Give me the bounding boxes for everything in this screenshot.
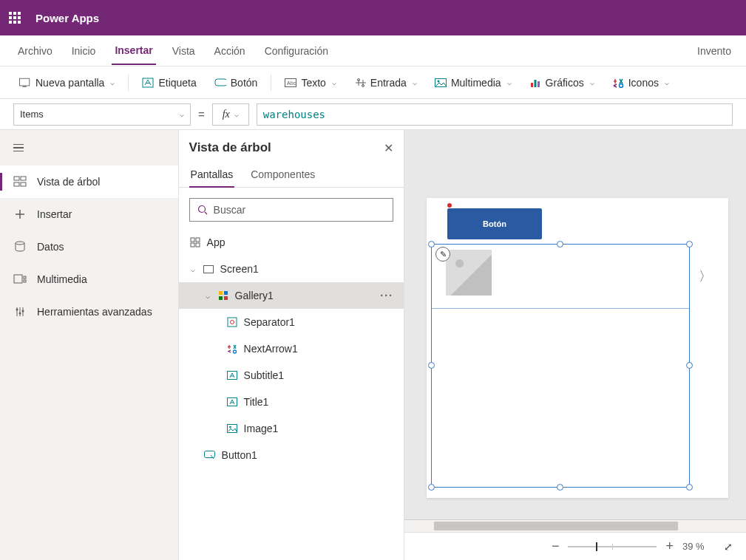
horizontal-scrollbar[interactable] [404, 519, 746, 532]
rail-advanced[interactable]: Herramientas avanzadas [0, 296, 178, 328]
tree-app[interactable]: App [179, 229, 404, 256]
svg-rect-1 [22, 86, 26, 86]
tab-components[interactable]: Componentes [249, 164, 316, 187]
zoom-slider-knob[interactable] [596, 542, 597, 551]
app-title: Power Apps [35, 12, 99, 24]
tree-screen1[interactable]: ⌵ Screen1 [179, 256, 404, 282]
svg-text:Abc: Abc [287, 81, 296, 86]
icons-button-label: Iconos [628, 77, 659, 89]
sliders-icon [13, 305, 27, 318]
menu-insertar[interactable]: Insertar [112, 37, 155, 65]
app-launcher-icon[interactable] [9, 12, 21, 24]
rail-tree-view[interactable]: Vista de árbol [0, 165, 178, 198]
property-select[interactable]: Items ⌵ [13, 103, 191, 126]
tree-separator1[interactable]: Separator1 [179, 309, 404, 335]
svg-point-18 [16, 242, 24, 245]
tree-subtitle1[interactable]: Subtitle1 [179, 362, 404, 389]
input-button[interactable]: Entrada ⌵ [347, 72, 424, 93]
zoom-out-button[interactable]: − [552, 539, 560, 554]
icons-icon [612, 77, 624, 89]
resize-handle[interactable] [557, 241, 563, 247]
more-icon[interactable]: ··· [380, 290, 393, 301]
chevron-down-icon: ⌵ [590, 78, 594, 86]
fx-button[interactable]: fx ⌵ [212, 103, 249, 126]
canvas-viewport[interactable]: Botón ✎ 〉 [404, 130, 746, 519]
text-button-label: Texto [301, 77, 325, 89]
search-placeholder: Buscar [214, 204, 246, 216]
media-button[interactable]: Multimedia ⌵ [427, 72, 519, 93]
button-icon [214, 77, 226, 89]
tree-image1[interactable]: Image1 [179, 415, 404, 442]
menu-vista[interactable]: Vista [169, 38, 198, 64]
menu-bar: Archivo Inicio Insertar Vista Acción Con… [0, 35, 746, 66]
tree-panel: Vista de árbol ✕ Pantallas Componentes B… [179, 130, 404, 560]
database-icon [13, 240, 27, 253]
next-arrow-icon[interactable]: 〉 [699, 267, 712, 285]
svg-point-37 [233, 350, 236, 353]
menu-archivo[interactable]: Archivo [15, 38, 55, 64]
label-button[interactable]: Etiqueta [135, 72, 203, 93]
svg-rect-27 [196, 238, 200, 242]
button-tree-icon [204, 449, 216, 461]
rail-insert-label: Insertar [37, 208, 72, 220]
text-button[interactable]: Abc Texto ⌵ [277, 72, 343, 93]
svg-rect-16 [14, 182, 19, 186]
tree-nextarrow1[interactable]: NextArrow1 [179, 335, 404, 362]
rail-media[interactable]: Multimedia [0, 263, 178, 296]
zoom-slider[interactable] [568, 546, 657, 547]
svg-rect-11 [534, 80, 536, 87]
resize-handle[interactable] [428, 241, 435, 247]
scrollbar-thumb[interactable] [434, 522, 678, 530]
button-button[interactable]: Botón [207, 72, 265, 93]
svg-rect-21 [24, 280, 26, 282]
resize-handle[interactable] [686, 484, 693, 491]
fullscreen-icon[interactable]: ⤢ [724, 541, 733, 553]
collapse-rail-icon[interactable] [13, 144, 24, 152]
media-rail-icon [13, 273, 27, 286]
text-icon: Abc [285, 77, 296, 89]
svg-rect-20 [24, 276, 26, 279]
new-screen-button[interactable]: Nueva pantalla ⌵ [12, 72, 122, 93]
resize-handle[interactable] [428, 362, 435, 369]
input-icon [354, 77, 366, 89]
tree-gallery1[interactable]: ⌵ Gallery1 ··· [179, 282, 404, 309]
menu-configuracion[interactable]: Configuración [262, 38, 331, 64]
svg-point-13 [619, 83, 623, 87]
nextarrow-icon [226, 343, 238, 355]
chevron-down-icon[interactable]: ⌵ [204, 292, 211, 300]
artboard-screen1[interactable]: Botón ✎ 〉 [427, 198, 728, 498]
zoom-controls: − + 39 % ⤢ [404, 532, 746, 560]
svg-rect-42 [204, 451, 214, 458]
svg-rect-35 [228, 318, 237, 327]
label-icon [142, 77, 154, 89]
close-panel-icon[interactable]: ✕ [384, 141, 393, 155]
search-icon [197, 205, 208, 215]
tab-screens[interactable]: Pantallas [189, 164, 235, 188]
chevron-down-icon[interactable]: ⌵ [189, 265, 197, 273]
rail-data[interactable]: Datos [0, 231, 178, 263]
resize-handle[interactable] [557, 484, 563, 491]
canvas-area: Botón ✎ 〉 − [404, 130, 746, 560]
screen-icon [203, 263, 214, 275]
icons-button[interactable]: Iconos ⌵ [605, 72, 677, 93]
chevron-down-icon: ⌵ [507, 78, 512, 86]
equals-sign: = [198, 108, 205, 120]
error-indicator-icon[interactable] [447, 203, 452, 208]
resize-handle[interactable] [686, 362, 693, 369]
resize-handle[interactable] [428, 484, 435, 491]
menu-right-truncated[interactable]: Invento [697, 45, 731, 57]
tree-button1[interactable]: Button1 [179, 442, 404, 468]
rail-insert[interactable]: Insertar [0, 198, 178, 231]
tree-title1[interactable]: Title1 [179, 389, 404, 415]
svg-rect-32 [224, 291, 228, 295]
charts-button[interactable]: Gráficos ⌵ [522, 72, 602, 93]
chevron-down-icon: ⌵ [234, 110, 239, 118]
formula-input[interactable]: warehouses [257, 103, 733, 126]
canvas-button1[interactable]: Botón [447, 208, 542, 239]
menu-inicio[interactable]: Inicio [69, 38, 99, 64]
svg-rect-26 [191, 238, 194, 242]
zoom-in-button[interactable]: + [665, 539, 674, 554]
tree-search-input[interactable]: Buscar [189, 198, 393, 222]
menu-accion[interactable]: Acción [211, 38, 248, 64]
resize-handle[interactable] [686, 241, 693, 247]
